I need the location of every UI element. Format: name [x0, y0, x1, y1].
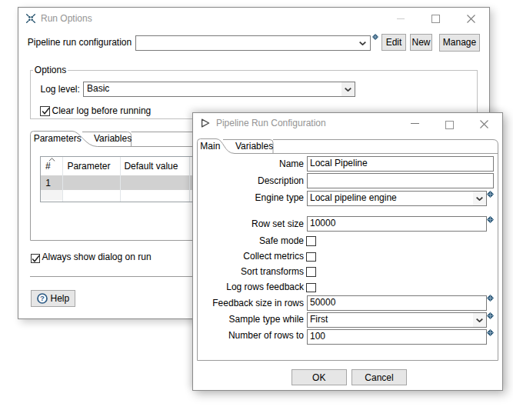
svg-text:?: ?: [40, 294, 45, 302]
